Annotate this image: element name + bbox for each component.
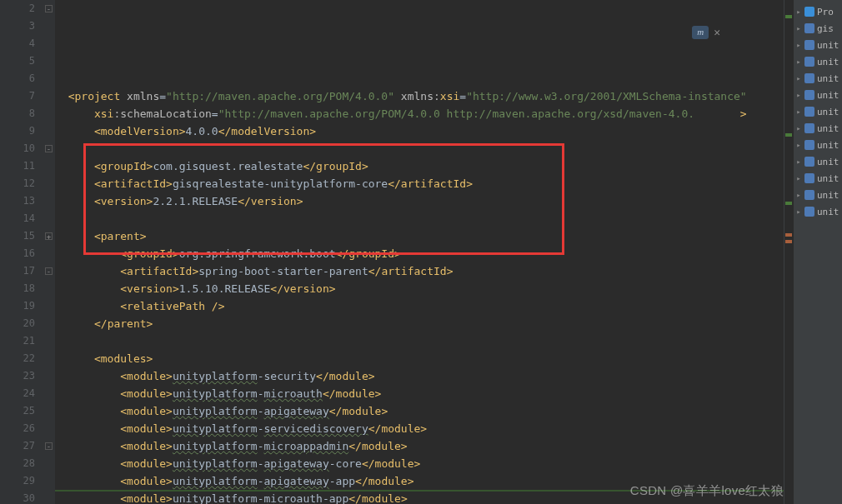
project-panel[interactable]: ▸Pro▸gis▸unit▸unit▸unit▸unit▸unit▸unit▸u…	[793, 0, 842, 504]
line-number: 23	[0, 367, 35, 385]
project-item-label: unit	[817, 123, 839, 134]
code-line[interactable]	[55, 140, 784, 157]
line-number: 5	[0, 52, 35, 70]
line-number: 2	[0, 0, 35, 17]
project-item-label: unit	[817, 40, 839, 51]
fold-toggle[interactable]: -	[45, 145, 53, 152]
line-number: 29	[0, 472, 35, 490]
tree-expand-icon[interactable]: ▸	[795, 41, 802, 49]
project-tree-item[interactable]: ▸unit	[794, 53, 842, 70]
tree-expand-icon[interactable]: ▸	[795, 74, 802, 82]
project-tree-item[interactable]: ▸gis	[794, 20, 842, 37]
error-stripe-mark[interactable]	[785, 15, 792, 18]
project-tree-item[interactable]: ▸unit	[794, 203, 842, 220]
code-line[interactable]: <version>1.5.10.RELEASE</version>	[55, 280, 784, 297]
project-tree-item[interactable]: ▸unit	[794, 153, 842, 170]
code-line[interactable]: <modules>	[55, 350, 784, 367]
project-item-label: unit	[817, 207, 839, 217]
line-number: 3	[0, 17, 35, 35]
code-line[interactable]: <module>unityplatform-microauth</module>	[55, 385, 784, 402]
project-item-label: Pro	[817, 7, 834, 17]
project-item-label: gis	[817, 23, 834, 34]
project-item-label: unit	[817, 90, 839, 101]
line-number: 11	[0, 157, 35, 175]
fold-toggle[interactable]: -	[45, 442, 53, 450]
module-icon	[804, 123, 814, 133]
project-tree-item[interactable]: ▸unit	[794, 137, 842, 153]
code-line[interactable]: <artifactId>spring-boot-starter-parent</…	[55, 262, 784, 280]
code-line[interactable]: <module>unityplatform-servicediscovery</…	[55, 420, 784, 437]
code-line[interactable]: <module>unityplatform-apigateway</module…	[55, 402, 784, 420]
code-line[interactable]	[55, 210, 784, 227]
code-line[interactable]: <parent>	[55, 227, 784, 245]
code-line[interactable]: </parent>	[55, 315, 784, 332]
code-line[interactable]: <module>unityplatform-microauth-app</mod…	[55, 490, 784, 504]
close-icon[interactable]: ✕	[714, 23, 720, 41]
fold-toggle[interactable]: +	[45, 232, 53, 240]
code-line[interactable]: <groupId>org.springframework.boot</group…	[55, 245, 784, 262]
tree-expand-icon[interactable]: ▸	[795, 7, 802, 16]
line-number: 24	[0, 385, 35, 402]
code-line[interactable]: <groupId>com.gisquest.realestate</groupI…	[55, 157, 784, 175]
code-line[interactable]: <module>unityplatform-apigateway-core</m…	[55, 455, 784, 472]
module-icon	[804, 23, 814, 33]
code-editor[interactable]: m ✕ <project xmlns="http://maven.apache.…	[55, 0, 784, 504]
code-line[interactable]: <version>2.2.1.RELEASE</version>	[55, 192, 784, 210]
module-icon	[804, 140, 814, 150]
line-number: 7	[0, 87, 35, 105]
code-line[interactable]: <module>unityplatform-microappadmin</mod…	[55, 437, 784, 455]
line-number: 12	[0, 175, 35, 192]
code-line[interactable]: <modelVersion>4.0.0</modelVersion>	[55, 122, 784, 140]
project-tree-item[interactable]: ▸unit	[794, 120, 842, 137]
line-number: 18	[0, 280, 35, 297]
module-icon	[804, 190, 814, 200]
project-tree-item[interactable]: ▸unit	[794, 187, 842, 203]
line-number: 28	[0, 455, 35, 472]
fold-toggle[interactable]: -	[45, 267, 53, 275]
line-number-gutter: 2345678910111213141516171819202122232425…	[0, 0, 43, 504]
project-item-label: unit	[817, 173, 839, 184]
error-stripe-mark[interactable]	[785, 233, 792, 237]
project-tree-item[interactable]: ▸unit	[794, 37, 842, 53]
error-stripe-mark[interactable]	[785, 133, 792, 137]
project-tree-item[interactable]: ▸unit	[794, 70, 842, 87]
project-tree-item[interactable]: ▸Pro	[794, 3, 842, 20]
maven-icon: m	[692, 26, 709, 39]
tree-expand-icon[interactable]: ▸	[795, 91, 802, 99]
error-stripe[interactable]	[784, 0, 793, 504]
line-number: 8	[0, 105, 35, 122]
module-icon	[804, 157, 814, 167]
project-tree-item[interactable]: ▸unit	[794, 87, 842, 103]
error-stripe-mark[interactable]	[785, 202, 792, 205]
module-icon	[804, 90, 814, 100]
module-icon	[804, 73, 814, 83]
tree-expand-icon[interactable]: ▸	[795, 124, 802, 132]
project-item-label: unit	[817, 190, 839, 201]
code-line[interactable]: <relativePath />	[55, 297, 784, 315]
project-tree-item[interactable]: ▸unit	[794, 103, 842, 120]
project-item-label: unit	[817, 73, 839, 84]
project-tree-item[interactable]: ▸unit	[794, 170, 842, 187]
code-line[interactable]	[55, 332, 784, 350]
line-number: 25	[0, 402, 35, 420]
tree-expand-icon[interactable]: ▸	[795, 191, 802, 199]
error-stripe-mark[interactable]	[785, 240, 792, 243]
tree-expand-icon[interactable]: ▸	[795, 24, 802, 32]
tree-expand-icon[interactable]: ▸	[795, 157, 802, 166]
tree-expand-icon[interactable]: ▸	[795, 57, 802, 66]
fold-toggle[interactable]: -	[45, 5, 53, 12]
tree-expand-icon[interactable]: ▸	[795, 207, 802, 216]
fold-column: --+--	[43, 0, 55, 504]
project-item-label: unit	[817, 157, 839, 167]
code-line[interactable]: xsi:schemaLocation="http://maven.apache.…	[55, 105, 784, 122]
line-number: 10	[0, 140, 35, 157]
tree-expand-icon[interactable]: ▸	[795, 141, 802, 149]
code-line[interactable]: <artifactId>gisqrealestate-unityplatform…	[55, 175, 784, 192]
code-line[interactable]: <module>unityplatform-security</module>	[55, 367, 784, 385]
code-line[interactable]: <module>unityplatform-apigateway-app</mo…	[55, 472, 784, 490]
tree-expand-icon[interactable]: ▸	[795, 174, 802, 182]
module-icon	[804, 40, 814, 50]
code-line[interactable]: <project xmlns="http://maven.apache.org/…	[55, 87, 784, 105]
tree-expand-icon[interactable]: ▸	[795, 107, 802, 116]
line-number: 21	[0, 332, 35, 350]
